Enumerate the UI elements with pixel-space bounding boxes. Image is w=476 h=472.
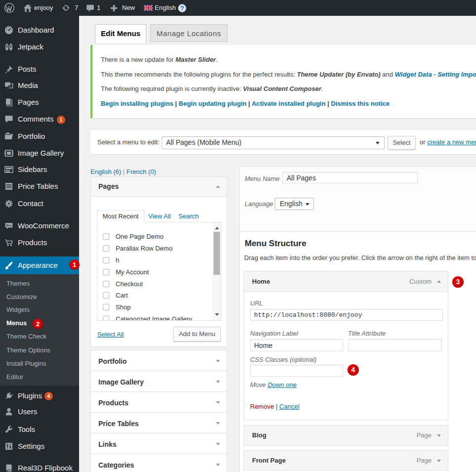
svg-text:?: ? xyxy=(180,4,184,12)
svg-text:Woo: Woo xyxy=(6,224,12,227)
